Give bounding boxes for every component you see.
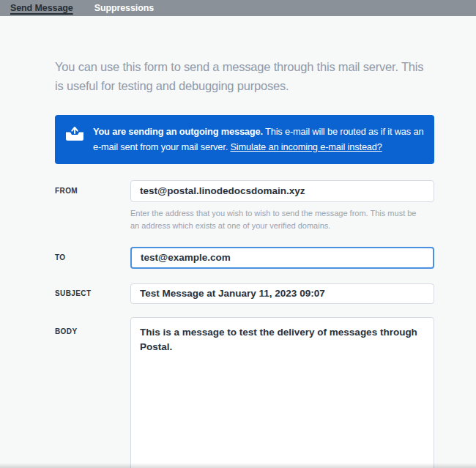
to-row: TO [55, 247, 434, 269]
to-label: TO [55, 253, 130, 261]
outgoing-mail-icon [65, 125, 84, 141]
from-row: FROM Enter the address that you wish to … [55, 180, 434, 232]
from-label: FROM [55, 187, 130, 195]
top-nav: Send Message Suppressions [0, 0, 476, 16]
from-help-text: Enter the address that you wish to wish … [130, 207, 426, 232]
body-row: BODY This is a message to test the deliv… [55, 317, 434, 468]
subject-input[interactable] [130, 283, 434, 304]
from-input[interactable] [130, 180, 434, 202]
outgoing-message-alert: You are sending an outgoing message. Thi… [55, 115, 434, 164]
nav-tab-suppressions[interactable]: Suppressions [94, 3, 154, 13]
intro-text: You can use this form to send a message … [55, 57, 434, 96]
to-input[interactable] [130, 247, 434, 269]
body-textarea[interactable]: This is a message to test the delivery o… [130, 317, 434, 468]
main-content: You can use this form to send a message … [55, 57, 434, 468]
subject-row: SUBJECT [55, 283, 434, 304]
alert-title: You are sending an outgoing message. [93, 126, 263, 137]
body-label: BODY [55, 317, 130, 335]
nav-tab-send-message[interactable]: Send Message [10, 3, 73, 13]
alert-message: You are sending an outgoing message. Thi… [93, 124, 424, 155]
send-message-form: FROM Enter the address that you wish to … [55, 180, 434, 468]
simulate-incoming-link[interactable]: Simulate an incoming e-mail instead? [230, 141, 382, 152]
subject-label: SUBJECT [55, 289, 130, 297]
